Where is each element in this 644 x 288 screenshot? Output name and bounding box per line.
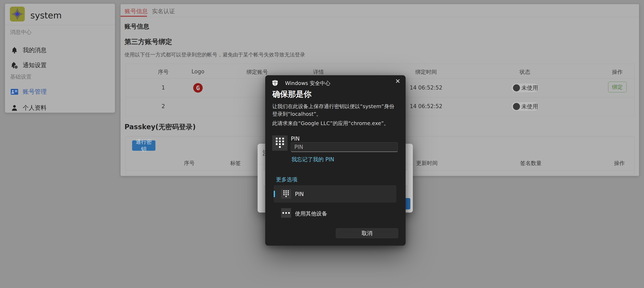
gitee-logo: G xyxy=(193,83,203,93)
sidebar-item-account-management[interactable]: 账号管理 xyxy=(5,86,115,98)
sidebar-item-profile[interactable]: 个人资料 xyxy=(5,102,115,114)
section-title: 第三方账号绑定 xyxy=(124,37,172,47)
sidebar-item-notification-settings[interactable]: 通知设置 xyxy=(5,60,115,71)
shield-icon xyxy=(272,80,278,86)
dialog-title: Windows 安全中心 xyxy=(285,80,330,87)
more-options-link[interactable]: 更多选项 xyxy=(276,176,298,183)
id-card-icon xyxy=(11,88,18,95)
sidebar-item-label: 个人资料 xyxy=(23,104,47,112)
pk-col-header-index: 序号 xyxy=(184,160,195,167)
sidebar-item-label: 我的消息 xyxy=(23,46,47,54)
sidebar-divider xyxy=(5,25,115,25)
windows-security-dialog: Windows 安全中心 ✕ 确保那是你 让我们在此设备上保存通行密钥以便以“s… xyxy=(265,75,406,246)
cell-index: 1 xyxy=(162,85,165,91)
pk-col-header-label: 标签 xyxy=(230,160,241,167)
section-description: 使用以下任一方式都可以登录到您的帐号，避免由于某个帐号失效导致无法登录 xyxy=(124,51,305,58)
sidebar-section-basic-settings: 基础设置 xyxy=(10,73,32,80)
tabs-divider xyxy=(120,17,639,17)
dialog-body-line2: 此请求来自“Google LLC”的应用“chrome.exe”。 xyxy=(272,120,396,127)
app-title: system xyxy=(30,10,62,21)
col-header-action: 操作 xyxy=(612,68,623,76)
col-header-logo: Logo xyxy=(192,68,204,75)
cell-bind-time: 14 06:52:52 xyxy=(410,85,442,91)
col-header-index: 序号 xyxy=(158,68,169,76)
pin-pad-icon xyxy=(272,135,288,151)
status-knob xyxy=(513,103,520,110)
active-tab-underline xyxy=(120,16,147,17)
dialog-body-line1: 让我们在此设备上保存通行密钥以便以“system”身份登录到“localhost… xyxy=(272,102,396,118)
sidebar-item-label: 通知设置 xyxy=(23,61,47,69)
tab-account-info[interactable]: 账号信息 xyxy=(125,8,148,15)
sidebar-section-messages: 消息中心 xyxy=(10,29,32,36)
pin-label: PIN xyxy=(291,136,300,142)
cell-index: 2 xyxy=(162,103,165,109)
pk-col-header-sign-count: 签名数量 xyxy=(520,160,542,167)
selected-accent-bar xyxy=(274,191,275,197)
bind-button[interactable]: 绑定 xyxy=(608,82,627,92)
status-badge: 未使用 xyxy=(512,84,538,92)
tab-realname-verification[interactable]: 实名认证 xyxy=(152,8,175,15)
passkey-button[interactable]: 通行密钥 xyxy=(132,140,156,151)
page-root: system 消息中心 我的消息 xyxy=(0,0,644,288)
dialog-heading: 确保那是你 xyxy=(272,89,312,99)
page-title: 账号信息 xyxy=(124,22,149,31)
col-header-details: 详情 xyxy=(313,68,324,76)
person-icon xyxy=(11,104,18,112)
pin-pad-icon xyxy=(281,189,291,199)
app-logo xyxy=(10,7,25,22)
status-badge: 未使用 xyxy=(512,102,538,111)
sidebar-item-my-messages[interactable]: 我的消息 xyxy=(5,44,115,56)
bell-gear-icon xyxy=(11,62,18,69)
forgot-pin-link[interactable]: 我忘记了我的 PIN xyxy=(292,156,334,163)
pk-col-header-action: 操作 xyxy=(614,160,625,167)
option-other-device[interactable]: 使用其他设备 xyxy=(274,202,396,220)
option-pin[interactable]: PIN xyxy=(274,185,396,203)
cell-bind-time: 14 06:52:52 xyxy=(410,103,442,109)
col-header-status: 状态 xyxy=(520,68,530,76)
more-dots-icon xyxy=(281,208,291,218)
sidebar-item-label: 账号管理 xyxy=(23,88,47,96)
status-knob xyxy=(513,84,520,91)
bell-icon xyxy=(11,47,18,54)
pk-col-header-update-time: 更新时间 xyxy=(416,160,438,167)
pin-input[interactable] xyxy=(291,142,398,152)
col-header-bind-time: 绑定时间 xyxy=(415,68,437,76)
sidebar: system 消息中心 我的消息 xyxy=(5,4,115,113)
passkey-section-title: Passkey(无密码登录) xyxy=(124,122,196,132)
col-header-account: 绑定账号 xyxy=(246,68,268,76)
cancel-button[interactable]: 取消 xyxy=(336,228,398,238)
close-icon[interactable]: ✕ xyxy=(393,76,402,86)
